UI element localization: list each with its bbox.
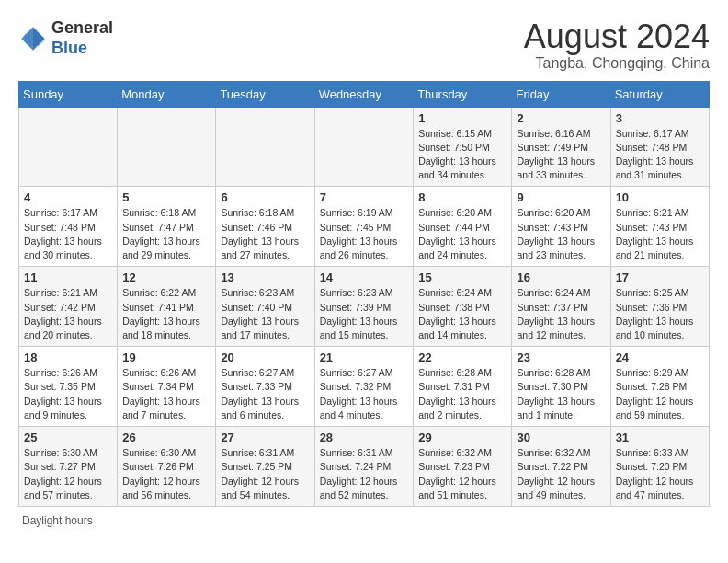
day-detail: Sunrise: 6:18 AM Sunset: 7:47 PM Dayligh…	[122, 206, 210, 262]
daylight-hours-label: Daylight hours	[22, 514, 93, 527]
calendar-cell: 28Sunrise: 6:31 AM Sunset: 7:24 PM Dayli…	[314, 427, 414, 507]
day-number: 26	[122, 431, 210, 444]
day-of-week-header: Sunday	[19, 81, 118, 107]
calendar-week-row: 18Sunrise: 6:26 AM Sunset: 7:35 PM Dayli…	[19, 347, 710, 427]
calendar-cell: 26Sunrise: 6:30 AM Sunset: 7:26 PM Dayli…	[118, 427, 216, 507]
day-detail: Sunrise: 6:31 AM Sunset: 7:25 PM Dayligh…	[221, 446, 309, 502]
calendar-cell: 6Sunrise: 6:18 AM Sunset: 7:46 PM Daylig…	[216, 187, 314, 267]
calendar-cell: 14Sunrise: 6:23 AM Sunset: 7:39 PM Dayli…	[314, 267, 414, 347]
day-number: 11	[24, 270, 112, 284]
logo-blue: Blue	[51, 39, 113, 59]
day-detail: Sunrise: 6:18 AM Sunset: 7:46 PM Dayligh…	[221, 206, 309, 262]
calendar-cell: 1Sunrise: 6:15 AM Sunset: 7:50 PM Daylig…	[414, 107, 512, 187]
calendar-cell: 11Sunrise: 6:21 AM Sunset: 7:42 PM Dayli…	[19, 267, 118, 347]
calendar-cell: 15Sunrise: 6:24 AM Sunset: 7:38 PM Dayli…	[414, 267, 512, 347]
logo-text: General Blue	[51, 18, 113, 58]
calendar-cell: 18Sunrise: 6:26 AM Sunset: 7:35 PM Dayli…	[19, 347, 118, 427]
calendar-cell: 21Sunrise: 6:27 AM Sunset: 7:32 PM Dayli…	[314, 347, 414, 427]
day-of-week-header: Monday	[118, 81, 216, 107]
calendar-week-row: 11Sunrise: 6:21 AM Sunset: 7:42 PM Dayli…	[19, 267, 710, 347]
day-number: 19	[122, 350, 210, 364]
day-number: 29	[418, 431, 506, 444]
footer: Daylight hours	[18, 514, 710, 527]
day-number: 16	[517, 270, 605, 284]
calendar-cell: 25Sunrise: 6:30 AM Sunset: 7:27 PM Dayli…	[19, 427, 118, 507]
calendar-cell	[19, 107, 118, 187]
day-number: 17	[616, 270, 704, 284]
calendar-cell: 10Sunrise: 6:21 AM Sunset: 7:43 PM Dayli…	[610, 187, 709, 267]
calendar-cell: 27Sunrise: 6:31 AM Sunset: 7:25 PM Dayli…	[216, 427, 314, 507]
calendar-week-row: 25Sunrise: 6:30 AM Sunset: 7:27 PM Dayli…	[19, 427, 710, 507]
day-detail: Sunrise: 6:16 AM Sunset: 7:49 PM Dayligh…	[517, 127, 605, 183]
location: Tangba, Chongqing, China	[524, 55, 710, 72]
calendar-cell: 23Sunrise: 6:28 AM Sunset: 7:30 PM Dayli…	[512, 347, 610, 427]
day-number: 4	[24, 190, 112, 204]
day-detail: Sunrise: 6:27 AM Sunset: 7:32 PM Dayligh…	[320, 366, 409, 422]
day-number: 12	[122, 270, 210, 284]
calendar-cell: 20Sunrise: 6:27 AM Sunset: 7:33 PM Dayli…	[216, 347, 314, 427]
day-detail: Sunrise: 6:21 AM Sunset: 7:43 PM Dayligh…	[616, 206, 704, 262]
day-of-week-header: Thursday	[414, 81, 512, 107]
day-detail: Sunrise: 6:32 AM Sunset: 7:22 PM Dayligh…	[517, 446, 605, 502]
day-number: 18	[24, 350, 112, 364]
day-detail: Sunrise: 6:17 AM Sunset: 7:48 PM Dayligh…	[616, 127, 704, 183]
calendar-cell	[314, 107, 414, 187]
calendar-cell: 7Sunrise: 6:19 AM Sunset: 7:45 PM Daylig…	[314, 187, 414, 267]
day-detail: Sunrise: 6:29 AM Sunset: 7:28 PM Dayligh…	[616, 366, 704, 422]
logo-general: General	[51, 18, 113, 39]
logo-icon	[18, 24, 48, 53]
day-of-week-header: Friday	[512, 81, 610, 107]
day-number: 5	[122, 190, 210, 204]
calendar-week-row: 4Sunrise: 6:17 AM Sunset: 7:48 PM Daylig…	[19, 187, 710, 267]
calendar-cell: 29Sunrise: 6:32 AM Sunset: 7:23 PM Dayli…	[414, 427, 512, 507]
calendar-cell: 17Sunrise: 6:25 AM Sunset: 7:36 PM Dayli…	[610, 267, 709, 347]
day-detail: Sunrise: 6:23 AM Sunset: 7:40 PM Dayligh…	[221, 286, 309, 342]
calendar-cell	[118, 107, 216, 187]
calendar-cell: 8Sunrise: 6:20 AM Sunset: 7:44 PM Daylig…	[414, 187, 512, 267]
calendar-cell: 12Sunrise: 6:22 AM Sunset: 7:41 PM Dayli…	[118, 267, 216, 347]
day-number: 22	[418, 350, 506, 364]
day-number: 27	[221, 431, 309, 444]
calendar-cell: 9Sunrise: 6:20 AM Sunset: 7:43 PM Daylig…	[512, 187, 610, 267]
day-detail: Sunrise: 6:26 AM Sunset: 7:35 PM Dayligh…	[24, 366, 112, 422]
calendar-cell: 4Sunrise: 6:17 AM Sunset: 7:48 PM Daylig…	[19, 187, 118, 267]
day-detail: Sunrise: 6:28 AM Sunset: 7:30 PM Dayligh…	[517, 366, 605, 422]
day-detail: Sunrise: 6:26 AM Sunset: 7:34 PM Dayligh…	[122, 366, 210, 422]
day-number: 9	[517, 190, 605, 204]
day-number: 10	[616, 190, 704, 204]
logo: General Blue	[18, 18, 113, 58]
day-of-week-header: Wednesday	[314, 81, 414, 107]
day-detail: Sunrise: 6:24 AM Sunset: 7:37 PM Dayligh…	[517, 286, 605, 342]
calendar-table: SundayMondayTuesdayWednesdayThursdayFrid…	[18, 81, 710, 507]
day-detail: Sunrise: 6:17 AM Sunset: 7:48 PM Dayligh…	[24, 206, 112, 262]
day-number: 1	[418, 111, 506, 125]
calendar-cell: 19Sunrise: 6:26 AM Sunset: 7:34 PM Dayli…	[118, 347, 216, 427]
calendar-cell: 13Sunrise: 6:23 AM Sunset: 7:40 PM Dayli…	[216, 267, 314, 347]
day-detail: Sunrise: 6:33 AM Sunset: 7:20 PM Dayligh…	[616, 446, 704, 502]
calendar-header-row: SundayMondayTuesdayWednesdayThursdayFrid…	[19, 81, 710, 107]
calendar-cell: 31Sunrise: 6:33 AM Sunset: 7:20 PM Dayli…	[610, 427, 709, 507]
day-detail: Sunrise: 6:32 AM Sunset: 7:23 PM Dayligh…	[418, 446, 506, 502]
day-number: 21	[320, 350, 409, 364]
calendar-cell: 22Sunrise: 6:28 AM Sunset: 7:31 PM Dayli…	[414, 347, 512, 427]
calendar-cell: 5Sunrise: 6:18 AM Sunset: 7:47 PM Daylig…	[118, 187, 216, 267]
day-of-week-header: Saturday	[610, 81, 709, 107]
day-number: 20	[221, 350, 309, 364]
day-detail: Sunrise: 6:24 AM Sunset: 7:38 PM Dayligh…	[418, 286, 506, 342]
day-detail: Sunrise: 6:20 AM Sunset: 7:44 PM Dayligh…	[418, 206, 506, 262]
day-detail: Sunrise: 6:25 AM Sunset: 7:36 PM Dayligh…	[616, 286, 704, 342]
day-detail: Sunrise: 6:31 AM Sunset: 7:24 PM Dayligh…	[320, 446, 409, 502]
title-block: August 2024 Tangba, Chongqing, China	[524, 18, 710, 72]
calendar-cell: 24Sunrise: 6:29 AM Sunset: 7:28 PM Dayli…	[610, 347, 709, 427]
day-number: 25	[24, 431, 112, 444]
calendar-cell: 16Sunrise: 6:24 AM Sunset: 7:37 PM Dayli…	[512, 267, 610, 347]
day-number: 6	[221, 190, 309, 204]
day-detail: Sunrise: 6:21 AM Sunset: 7:42 PM Dayligh…	[24, 286, 112, 342]
day-number: 13	[221, 270, 309, 284]
day-number: 28	[320, 431, 409, 444]
day-detail: Sunrise: 6:28 AM Sunset: 7:31 PM Dayligh…	[418, 366, 506, 422]
calendar-cell: 3Sunrise: 6:17 AM Sunset: 7:48 PM Daylig…	[610, 107, 709, 187]
day-detail: Sunrise: 6:20 AM Sunset: 7:43 PM Dayligh…	[517, 206, 605, 262]
day-detail: Sunrise: 6:19 AM Sunset: 7:45 PM Dayligh…	[320, 206, 409, 262]
day-number: 3	[616, 111, 704, 125]
